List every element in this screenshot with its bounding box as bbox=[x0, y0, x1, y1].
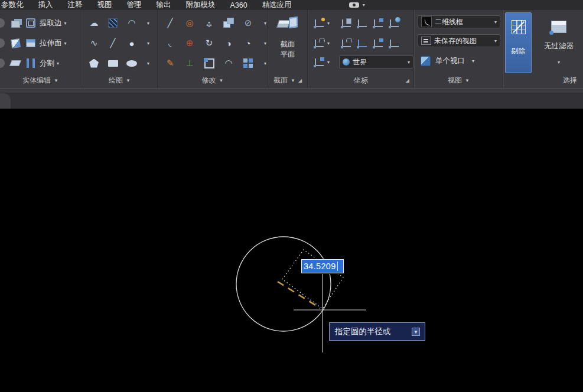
panel-launcher-icon[interactable]: ◢ bbox=[406, 78, 409, 83]
cull-label: 剔除 bbox=[512, 46, 526, 56]
chevron-down-icon[interactable]: ▾ bbox=[558, 60, 560, 65]
menu-parametric[interactable]: 参数化 bbox=[1, 0, 24, 10]
fillet-icon[interactable]: ◟ bbox=[164, 37, 176, 49]
union-icon[interactable] bbox=[9, 17, 21, 29]
3d-align-icon[interactable]: ⊥ bbox=[184, 57, 196, 69]
chevron-down-icon[interactable]: ▾ bbox=[57, 61, 59, 66]
named-view-selector[interactable]: 未保存的视图 ▾ bbox=[418, 34, 500, 47]
chevron-down-icon[interactable]: ▾ bbox=[264, 61, 266, 66]
file-tab-partial[interactable] bbox=[0, 93, 11, 109]
chevron-down-icon: ▾ bbox=[494, 38, 497, 44]
extrude-faces-button[interactable]: 拉伸面 bbox=[40, 38, 62, 48]
ucs-selector[interactable]: 世界 ▾ bbox=[339, 55, 413, 68]
panel-selection: 剔除 无过滤器 ▾ 选择 bbox=[504, 10, 583, 88]
ucs-named-icon[interactable] bbox=[340, 17, 352, 29]
chevron-down-icon[interactable]: ▾ bbox=[147, 21, 149, 26]
no-filter-button[interactable]: 无过滤器 ▾ bbox=[535, 12, 583, 73]
arc-icon[interactable]: ◠ bbox=[126, 17, 138, 29]
paintbrush-icon[interactable]: ✎ bbox=[164, 57, 176, 69]
options-downarrow-icon[interactable]: ▼ bbox=[412, 328, 420, 336]
cull-button[interactable]: 剔除 bbox=[505, 12, 532, 73]
panel-label-draw[interactable]: 绘图 ▼ bbox=[82, 76, 157, 86]
chevron-down-icon[interactable]: ▾ bbox=[264, 41, 266, 46]
chevron-down-icon[interactable]: ▾ bbox=[472, 58, 474, 64]
clipped-tool-icon[interactable] bbox=[0, 18, 5, 28]
panel-label-solid-editing[interactable]: 实体编辑 ▼ bbox=[0, 76, 81, 86]
ucs-icon[interactable] bbox=[313, 17, 325, 29]
circle-preview bbox=[236, 237, 331, 331]
menu-view[interactable]: 视图 bbox=[97, 0, 112, 10]
rect-array-icon[interactable] bbox=[242, 57, 254, 69]
menu-a360[interactable]: A360 bbox=[230, 1, 247, 9]
ucs-previous-icon[interactable] bbox=[356, 17, 368, 29]
chevron-down-icon[interactable]: ▾ bbox=[327, 21, 330, 26]
circle-icon[interactable]: ● bbox=[126, 37, 138, 49]
panel-label-section[interactable]: 截面 ▼ ◢ bbox=[268, 76, 307, 86]
ucs-object-icon[interactable] bbox=[372, 17, 384, 29]
scale-icon[interactable] bbox=[203, 57, 215, 69]
panel-launcher-icon[interactable]: ◢ bbox=[298, 78, 302, 83]
ucs-world-icon[interactable] bbox=[388, 17, 400, 29]
polygon-icon[interactable] bbox=[88, 57, 100, 69]
ellipse-icon[interactable] bbox=[126, 57, 138, 69]
ucs-view-icon[interactable] bbox=[372, 37, 384, 49]
erase-icon[interactable]: ⊘ bbox=[242, 17, 254, 29]
chevron-down-icon[interactable]: ▾ bbox=[327, 60, 330, 65]
copy-icon[interactable] bbox=[223, 17, 234, 29]
menu-featured-apps[interactable]: 精选应用 bbox=[262, 0, 292, 10]
menu-manage[interactable]: 管理 bbox=[127, 0, 142, 10]
menu-output[interactable]: 输出 bbox=[157, 0, 171, 10]
viewport-config-button[interactable]: 单个视口 bbox=[435, 56, 465, 66]
visual-style-selector[interactable]: 二维线框 ▾ bbox=[418, 15, 500, 28]
presspull-icon[interactable] bbox=[9, 37, 21, 49]
chevron-down-icon[interactable]: ▾ bbox=[327, 41, 330, 46]
chevron-down-icon[interactable]: ▾ bbox=[264, 21, 266, 26]
ucs-zaxis-icon[interactable] bbox=[356, 37, 368, 49]
panel-label-coordinates[interactable]: 坐标 ◢ bbox=[308, 76, 413, 86]
eraser-icon[interactable] bbox=[9, 57, 21, 69]
line-icon[interactable]: ╱ bbox=[107, 37, 119, 49]
menu-insert[interactable]: 插入 bbox=[38, 0, 53, 10]
chevron-down-icon[interactable]: ▾ bbox=[147, 41, 149, 46]
extract-edges-button[interactable]: 提取边 bbox=[40, 18, 62, 28]
trim-icon[interactable]: ╱ bbox=[164, 17, 176, 29]
chevron-down-icon[interactable]: ▾ bbox=[64, 41, 67, 46]
chevron-down-icon[interactable]: ▾ bbox=[64, 21, 67, 26]
hatch-icon[interactable] bbox=[107, 17, 119, 29]
ucs-rotate-icon[interactable] bbox=[313, 37, 325, 49]
flyout-arrow-icon: ▼ bbox=[54, 78, 58, 83]
polar-array-icon[interactable]: ⊕ bbox=[184, 37, 196, 49]
chamfer-icon[interactable]: ◔ bbox=[242, 37, 254, 49]
move-icon[interactable]: ↔↕ bbox=[203, 17, 215, 29]
visual-style-value: 二维线框 bbox=[435, 17, 463, 27]
panel-label-modify[interactable]: 修改 ▼ bbox=[158, 76, 267, 86]
chevron-down-icon[interactable]: ▾ bbox=[147, 61, 149, 66]
panel-section: 截面 平面 截面 ▼ ◢ bbox=[268, 10, 308, 88]
named-view-icon bbox=[421, 37, 431, 45]
separate-button[interactable]: 分割 bbox=[40, 58, 54, 68]
panel-coordinates: ▾ ▾ ▾ 世界 bbox=[308, 10, 414, 88]
menu-annotate[interactable]: 注释 bbox=[68, 0, 83, 10]
rotate-icon[interactable]: ↻ bbox=[203, 37, 215, 49]
revision-cloud-icon[interactable]: ☁ bbox=[88, 17, 100, 29]
capture-menu[interactable]: ▾ bbox=[349, 2, 365, 8]
ucs-origin-icon[interactable] bbox=[340, 37, 352, 49]
extract-edges-icon bbox=[25, 17, 37, 29]
chevron-down-icon: ▾ bbox=[408, 60, 410, 65]
menu-addins[interactable]: 附加模块 bbox=[186, 0, 216, 10]
strip-highlight bbox=[0, 89, 583, 93]
rectangle-icon[interactable] bbox=[107, 57, 119, 69]
clipped-tool-icon[interactable] bbox=[0, 38, 5, 48]
smooth-object-icon[interactable]: ◠ bbox=[223, 57, 234, 69]
drawing-canvas[interactable] bbox=[0, 109, 583, 392]
ucs-box-icon[interactable] bbox=[313, 56, 325, 68]
radius-input[interactable]: 34.5209 bbox=[301, 259, 344, 273]
panel-label-view[interactable]: 视图 ▼ bbox=[415, 76, 503, 86]
section-plane-button[interactable]: 截面 平面 bbox=[268, 17, 307, 60]
spline-icon[interactable]: ∿ bbox=[88, 37, 100, 49]
radius-rubber-line bbox=[278, 282, 320, 308]
3d-rotate-gizmo-icon[interactable]: ◎ bbox=[184, 17, 196, 29]
mirror-icon[interactable]: ◑ bbox=[223, 37, 234, 49]
clipped-tool-icon[interactable] bbox=[0, 58, 5, 68]
ucs-3point-icon[interactable] bbox=[388, 37, 400, 49]
